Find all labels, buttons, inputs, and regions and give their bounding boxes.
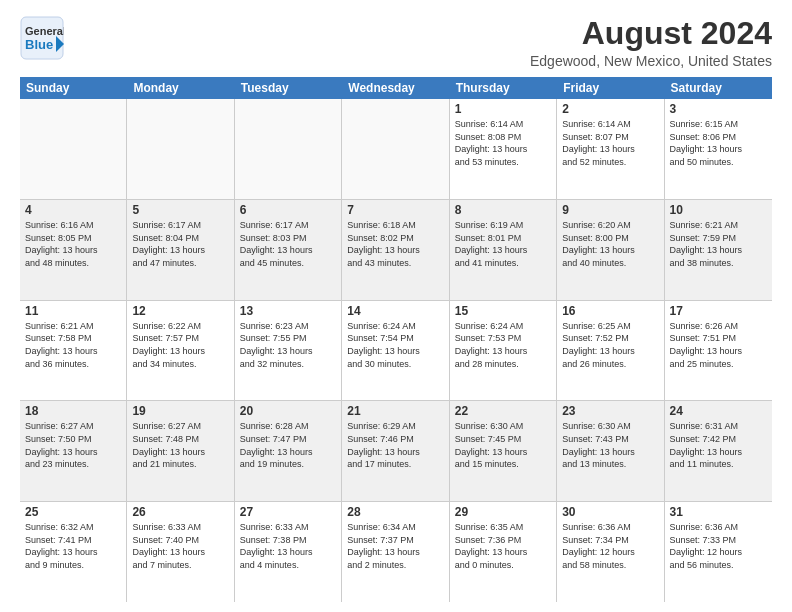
cal-cell-1-4: 8Sunrise: 6:19 AM Sunset: 8:01 PM Daylig…: [450, 200, 557, 300]
day-number: 15: [455, 304, 551, 318]
cal-cell-3-5: 23Sunrise: 6:30 AM Sunset: 7:43 PM Dayli…: [557, 401, 664, 501]
day-info: Sunrise: 6:17 AM Sunset: 8:03 PM Dayligh…: [240, 219, 336, 269]
day-number: 23: [562, 404, 658, 418]
week-row-1: 1Sunrise: 6:14 AM Sunset: 8:08 PM Daylig…: [20, 99, 772, 200]
header-thursday: Thursday: [450, 77, 557, 99]
day-info: Sunrise: 6:36 AM Sunset: 7:34 PM Dayligh…: [562, 521, 658, 571]
day-number: 24: [670, 404, 767, 418]
day-number: 18: [25, 404, 121, 418]
day-info: Sunrise: 6:22 AM Sunset: 7:57 PM Dayligh…: [132, 320, 228, 370]
header: General Blue August 2024 Edgewood, New M…: [20, 16, 772, 69]
day-info: Sunrise: 6:19 AM Sunset: 8:01 PM Dayligh…: [455, 219, 551, 269]
logo-svg: General Blue: [20, 16, 64, 60]
day-number: 21: [347, 404, 443, 418]
header-wednesday: Wednesday: [342, 77, 449, 99]
day-info: Sunrise: 6:30 AM Sunset: 7:45 PM Dayligh…: [455, 420, 551, 470]
page: General Blue August 2024 Edgewood, New M…: [0, 0, 792, 612]
day-info: Sunrise: 6:17 AM Sunset: 8:04 PM Dayligh…: [132, 219, 228, 269]
day-info: Sunrise: 6:21 AM Sunset: 7:59 PM Dayligh…: [670, 219, 767, 269]
day-number: 25: [25, 505, 121, 519]
day-info: Sunrise: 6:20 AM Sunset: 8:00 PM Dayligh…: [562, 219, 658, 269]
cal-cell-4-3: 28Sunrise: 6:34 AM Sunset: 7:37 PM Dayli…: [342, 502, 449, 602]
day-info: Sunrise: 6:16 AM Sunset: 8:05 PM Dayligh…: [25, 219, 121, 269]
cal-cell-1-1: 5Sunrise: 6:17 AM Sunset: 8:04 PM Daylig…: [127, 200, 234, 300]
day-info: Sunrise: 6:27 AM Sunset: 7:50 PM Dayligh…: [25, 420, 121, 470]
day-info: Sunrise: 6:35 AM Sunset: 7:36 PM Dayligh…: [455, 521, 551, 571]
cal-cell-4-4: 29Sunrise: 6:35 AM Sunset: 7:36 PM Dayli…: [450, 502, 557, 602]
cal-cell-2-4: 15Sunrise: 6:24 AM Sunset: 7:53 PM Dayli…: [450, 301, 557, 401]
header-saturday: Saturday: [665, 77, 772, 99]
svg-text:Blue: Blue: [25, 37, 53, 52]
week-row-3: 11Sunrise: 6:21 AM Sunset: 7:58 PM Dayli…: [20, 301, 772, 402]
day-info: Sunrise: 6:36 AM Sunset: 7:33 PM Dayligh…: [670, 521, 767, 571]
cal-cell-4-5: 30Sunrise: 6:36 AM Sunset: 7:34 PM Dayli…: [557, 502, 664, 602]
day-info: Sunrise: 6:14 AM Sunset: 8:07 PM Dayligh…: [562, 118, 658, 168]
header-sunday: Sunday: [20, 77, 127, 99]
location: Edgewood, New Mexico, United States: [530, 53, 772, 69]
calendar: Sunday Monday Tuesday Wednesday Thursday…: [20, 77, 772, 602]
day-info: Sunrise: 6:32 AM Sunset: 7:41 PM Dayligh…: [25, 521, 121, 571]
cal-cell-3-6: 24Sunrise: 6:31 AM Sunset: 7:42 PM Dayli…: [665, 401, 772, 501]
week-row-4: 18Sunrise: 6:27 AM Sunset: 7:50 PM Dayli…: [20, 401, 772, 502]
day-number: 20: [240, 404, 336, 418]
cal-cell-0-2: [235, 99, 342, 199]
day-number: 10: [670, 203, 767, 217]
cal-cell-4-6: 31Sunrise: 6:36 AM Sunset: 7:33 PM Dayli…: [665, 502, 772, 602]
cal-cell-1-3: 7Sunrise: 6:18 AM Sunset: 8:02 PM Daylig…: [342, 200, 449, 300]
cal-cell-4-1: 26Sunrise: 6:33 AM Sunset: 7:40 PM Dayli…: [127, 502, 234, 602]
header-monday: Monday: [127, 77, 234, 99]
day-info: Sunrise: 6:14 AM Sunset: 8:08 PM Dayligh…: [455, 118, 551, 168]
cal-cell-2-3: 14Sunrise: 6:24 AM Sunset: 7:54 PM Dayli…: [342, 301, 449, 401]
cal-cell-0-6: 3Sunrise: 6:15 AM Sunset: 8:06 PM Daylig…: [665, 99, 772, 199]
cal-cell-4-2: 27Sunrise: 6:33 AM Sunset: 7:38 PM Dayli…: [235, 502, 342, 602]
cal-cell-2-2: 13Sunrise: 6:23 AM Sunset: 7:55 PM Dayli…: [235, 301, 342, 401]
day-info: Sunrise: 6:24 AM Sunset: 7:54 PM Dayligh…: [347, 320, 443, 370]
day-number: 22: [455, 404, 551, 418]
week-row-2: 4Sunrise: 6:16 AM Sunset: 8:05 PM Daylig…: [20, 200, 772, 301]
cal-cell-1-2: 6Sunrise: 6:17 AM Sunset: 8:03 PM Daylig…: [235, 200, 342, 300]
title-block: August 2024 Edgewood, New Mexico, United…: [530, 16, 772, 69]
day-number: 13: [240, 304, 336, 318]
calendar-body: 1Sunrise: 6:14 AM Sunset: 8:08 PM Daylig…: [20, 99, 772, 602]
cal-cell-2-1: 12Sunrise: 6:22 AM Sunset: 7:57 PM Dayli…: [127, 301, 234, 401]
day-number: 19: [132, 404, 228, 418]
cal-cell-1-5: 9Sunrise: 6:20 AM Sunset: 8:00 PM Daylig…: [557, 200, 664, 300]
day-number: 28: [347, 505, 443, 519]
month-year: August 2024: [530, 16, 772, 51]
cal-cell-2-5: 16Sunrise: 6:25 AM Sunset: 7:52 PM Dayli…: [557, 301, 664, 401]
day-info: Sunrise: 6:28 AM Sunset: 7:47 PM Dayligh…: [240, 420, 336, 470]
day-info: Sunrise: 6:25 AM Sunset: 7:52 PM Dayligh…: [562, 320, 658, 370]
calendar-header: Sunday Monday Tuesday Wednesday Thursday…: [20, 77, 772, 99]
day-number: 7: [347, 203, 443, 217]
day-number: 2: [562, 102, 658, 116]
cal-cell-3-2: 20Sunrise: 6:28 AM Sunset: 7:47 PM Dayli…: [235, 401, 342, 501]
day-number: 8: [455, 203, 551, 217]
day-info: Sunrise: 6:31 AM Sunset: 7:42 PM Dayligh…: [670, 420, 767, 470]
day-info: Sunrise: 6:18 AM Sunset: 8:02 PM Dayligh…: [347, 219, 443, 269]
day-number: 29: [455, 505, 551, 519]
day-number: 16: [562, 304, 658, 318]
day-info: Sunrise: 6:23 AM Sunset: 7:55 PM Dayligh…: [240, 320, 336, 370]
header-friday: Friday: [557, 77, 664, 99]
svg-text:General: General: [25, 25, 64, 37]
cal-cell-3-4: 22Sunrise: 6:30 AM Sunset: 7:45 PM Dayli…: [450, 401, 557, 501]
day-info: Sunrise: 6:27 AM Sunset: 7:48 PM Dayligh…: [132, 420, 228, 470]
day-number: 27: [240, 505, 336, 519]
day-info: Sunrise: 6:21 AM Sunset: 7:58 PM Dayligh…: [25, 320, 121, 370]
day-info: Sunrise: 6:26 AM Sunset: 7:51 PM Dayligh…: [670, 320, 767, 370]
cal-cell-0-3: [342, 99, 449, 199]
day-number: 17: [670, 304, 767, 318]
week-row-5: 25Sunrise: 6:32 AM Sunset: 7:41 PM Dayli…: [20, 502, 772, 602]
cal-cell-1-0: 4Sunrise: 6:16 AM Sunset: 8:05 PM Daylig…: [20, 200, 127, 300]
day-number: 12: [132, 304, 228, 318]
day-info: Sunrise: 6:24 AM Sunset: 7:53 PM Dayligh…: [455, 320, 551, 370]
header-tuesday: Tuesday: [235, 77, 342, 99]
day-info: Sunrise: 6:29 AM Sunset: 7:46 PM Dayligh…: [347, 420, 443, 470]
cal-cell-2-6: 17Sunrise: 6:26 AM Sunset: 7:51 PM Dayli…: [665, 301, 772, 401]
cal-cell-0-0: [20, 99, 127, 199]
day-number: 3: [670, 102, 767, 116]
day-number: 30: [562, 505, 658, 519]
logo: General Blue: [20, 16, 64, 60]
cal-cell-1-6: 10Sunrise: 6:21 AM Sunset: 7:59 PM Dayli…: [665, 200, 772, 300]
day-number: 14: [347, 304, 443, 318]
